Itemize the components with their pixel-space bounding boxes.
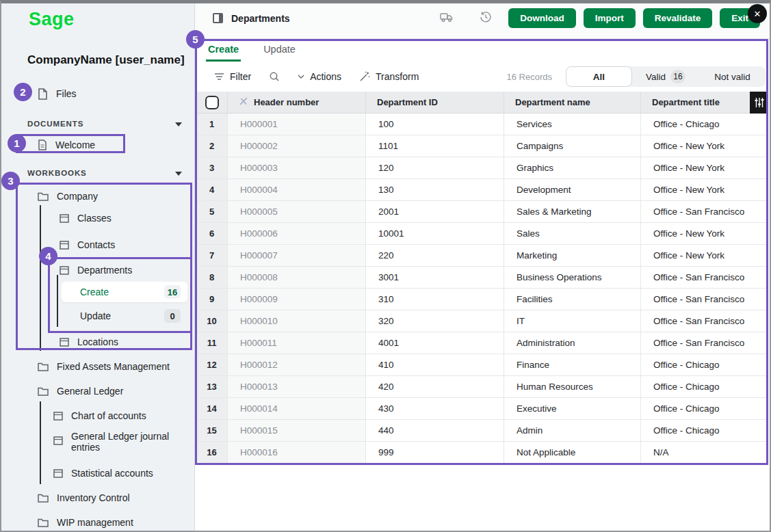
table-cell[interactable]: 10001	[366, 223, 504, 244]
tab-create[interactable]: Create	[206, 39, 241, 62]
row-number-cell[interactable]: 14	[196, 398, 228, 419]
sidebar-item-departments[interactable]: Departments	[60, 261, 132, 279]
table-cell[interactable]: Sales & Marketing	[504, 201, 641, 222]
row-number-cell[interactable]: 1	[196, 114, 228, 135]
table-cell[interactable]: Services	[504, 114, 641, 135]
table-cell[interactable]: Graphics	[504, 157, 641, 178]
column-header-header-number[interactable]: Header number	[228, 92, 366, 113]
table-cell[interactable]: 220	[366, 245, 504, 266]
row-number-cell[interactable]: 5	[196, 201, 228, 222]
table-cell[interactable]: Admin	[504, 420, 641, 441]
table-cell[interactable]: Business Operations	[504, 267, 641, 288]
column-header-department-name[interactable]: Department name	[504, 92, 641, 113]
table-cell[interactable]: 3001	[366, 267, 504, 288]
table-cell[interactable]: H000007	[228, 245, 366, 266]
workbooks-section-header[interactable]: WORKBOOKS	[27, 167, 182, 179]
table-cell[interactable]: H000004	[228, 179, 366, 200]
sidebar-item-create[interactable]: Create 16	[62, 282, 187, 302]
table-cell[interactable]: H000010	[228, 310, 366, 332]
table-cell[interactable]: Office - New York	[641, 135, 768, 157]
row-number-cell[interactable]: 8	[196, 267, 228, 288]
table-cell[interactable]: IT	[504, 310, 641, 332]
search-button[interactable]	[269, 71, 280, 82]
row-number-cell[interactable]: 4	[196, 179, 228, 200]
transform-button[interactable]: Transform	[359, 71, 419, 82]
table-cell[interactable]: Not Applicable	[504, 442, 641, 463]
sidebar-item-fixed-assets[interactable]: Fixed Assets Management	[38, 358, 170, 375]
table-cell[interactable]: H000006	[228, 223, 366, 244]
row-number-cell[interactable]: 2	[196, 135, 228, 157]
column-settings-button[interactable]	[750, 92, 768, 114]
table-cell[interactable]: 430	[366, 398, 504, 419]
row-number-cell[interactable]: 12	[196, 354, 228, 375]
table-cell[interactable]: 320	[366, 310, 504, 332]
download-button[interactable]: Download	[508, 8, 576, 28]
table-cell[interactable]: Office - San Francisco	[641, 267, 768, 288]
sidebar-item-inventory-control[interactable]: Inventory Control	[38, 489, 130, 507]
table-cell[interactable]: 440	[366, 420, 504, 441]
chevron-down-icon[interactable]	[175, 120, 182, 128]
table-cell[interactable]: H000009	[228, 289, 366, 310]
revalidate-button[interactable]: Revalidate	[643, 8, 713, 28]
table-cell[interactable]: Office - New York	[641, 245, 768, 266]
table-cell[interactable]: Campaigns	[504, 135, 641, 157]
row-number-cell[interactable]: 13	[196, 376, 228, 397]
sidebar-item-wip-management[interactable]: WIP management	[38, 514, 133, 531]
table-cell[interactable]: Office - San Francisco	[641, 332, 768, 354]
chevron-down-icon[interactable]	[175, 169, 182, 177]
documents-section-header[interactable]: DOCUMENTS	[27, 118, 182, 130]
table-cell[interactable]: Office - Chicago	[641, 376, 768, 397]
sidebar-item-classes[interactable]: Classes	[60, 209, 112, 227]
table-cell[interactable]: Executive	[504, 398, 641, 419]
actions-menu[interactable]: Actions	[298, 71, 341, 82]
history-icon[interactable]	[480, 11, 492, 26]
table-cell[interactable]: Human Resources	[504, 376, 641, 397]
row-number-cell[interactable]: 16	[196, 442, 228, 463]
row-number-cell[interactable]: 3	[196, 157, 228, 178]
table-cell[interactable]: H000005	[228, 201, 366, 222]
table-cell[interactable]: Office - New York	[641, 179, 768, 200]
table-cell[interactable]: H000013	[228, 376, 366, 397]
table-cell[interactable]: 1101	[366, 135, 504, 157]
table-cell[interactable]: H000012	[228, 354, 366, 375]
segment-all[interactable]: All	[566, 66, 632, 87]
sidebar-item-chart-of-accounts[interactable]: Chart of accounts	[53, 407, 146, 425]
row-number-cell[interactable]: 11	[196, 332, 228, 354]
table-cell[interactable]: 420	[366, 376, 504, 397]
segment-valid[interactable]: Valid 16	[632, 66, 699, 87]
table-cell[interactable]: 100	[366, 114, 504, 135]
close-button[interactable]: ✕	[748, 4, 767, 23]
row-number-cell[interactable]: 10	[196, 310, 228, 332]
table-cell[interactable]: Office - Chicago	[641, 398, 768, 419]
table-cell[interactable]: Sales	[504, 223, 641, 244]
sidebar-item-company[interactable]: Company	[38, 187, 98, 205]
table-cell[interactable]: 130	[366, 179, 504, 200]
column-header-department-id[interactable]: Department ID	[366, 92, 504, 113]
sidebar-item-contacts[interactable]: Contacts	[60, 236, 115, 254]
table-cell[interactable]: H000002	[228, 135, 366, 157]
sidebar-item-locations[interactable]: Locations	[60, 333, 118, 351]
table-cell[interactable]: Office - New York	[641, 157, 768, 178]
table-cell[interactable]: 120	[366, 157, 504, 178]
table-cell[interactable]: H000008	[228, 267, 366, 288]
table-cell[interactable]: Finance	[504, 354, 641, 375]
sidebar-item-statistical-accounts[interactable]: Statistical accounts	[53, 464, 153, 482]
filter-button[interactable]: Filter	[214, 71, 251, 82]
row-number-cell[interactable]: 9	[196, 289, 228, 310]
table-cell[interactable]: Office - San Francisco	[641, 310, 768, 332]
table-cell[interactable]: H000015	[228, 420, 366, 441]
row-number-cell[interactable]: 7	[196, 245, 228, 266]
table-cell[interactable]: Office - Chicago	[641, 114, 768, 135]
sidebar-item-files[interactable]: Files	[38, 85, 77, 103]
tab-update[interactable]: Update	[261, 39, 298, 62]
table-cell[interactable]: Office - Chicago	[641, 354, 768, 375]
table-cell[interactable]: Office - San Francisco	[641, 201, 768, 222]
table-cell[interactable]: H000016	[228, 442, 366, 463]
table-cell[interactable]: 310	[366, 289, 504, 310]
table-cell[interactable]: 4001	[366, 332, 504, 354]
table-cell[interactable]: Facilities	[504, 289, 641, 310]
table-cell[interactable]: H000003	[228, 157, 366, 178]
table-cell[interactable]: 2001	[366, 201, 504, 222]
table-cell[interactable]: Office - San Francisco	[641, 289, 768, 310]
row-number-cell[interactable]: 15	[196, 420, 228, 441]
